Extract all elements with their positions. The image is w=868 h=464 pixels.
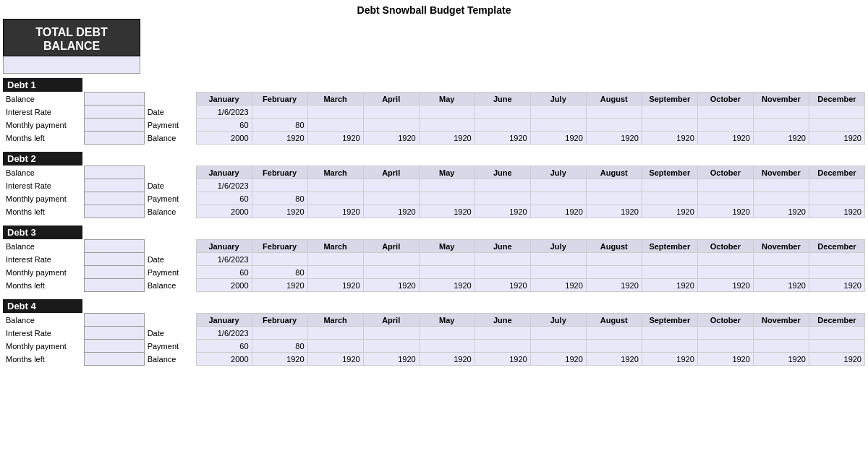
payment-value-4[interactable] xyxy=(419,192,475,205)
payment-value-0[interactable]: 60 xyxy=(196,340,252,353)
balance-input[interactable] xyxy=(85,314,144,327)
balance-value-11[interactable]: 1920 xyxy=(809,279,864,292)
payment-value-10[interactable] xyxy=(753,340,809,353)
balance-value-9[interactable]: 1920 xyxy=(697,205,753,218)
date-value-8[interactable] xyxy=(642,253,697,266)
payment-value-10[interactable] xyxy=(753,266,809,279)
date-value-7[interactable] xyxy=(586,253,642,266)
months-left-input[interactable] xyxy=(85,279,144,292)
interest-rate-input[interactable] xyxy=(85,106,144,119)
balance-value-3[interactable]: 1920 xyxy=(363,353,419,366)
payment-value-2[interactable] xyxy=(307,192,363,205)
balance-value-5[interactable]: 1920 xyxy=(475,353,530,366)
payment-value-4[interactable] xyxy=(419,119,475,132)
balance-value-1[interactable]: 1920 xyxy=(252,205,307,218)
date-value-2[interactable] xyxy=(307,106,363,119)
balance-value-5[interactable]: 1920 xyxy=(475,279,530,292)
date-value-4[interactable] xyxy=(419,253,475,266)
monthly-payment-input[interactable] xyxy=(85,192,144,205)
date-value-9[interactable] xyxy=(697,106,753,119)
payment-value-9[interactable] xyxy=(697,340,753,353)
date-value-10[interactable] xyxy=(753,253,809,266)
date-value-3[interactable] xyxy=(363,327,419,340)
balance-value-1[interactable]: 1920 xyxy=(252,353,307,366)
date-value-5[interactable] xyxy=(475,253,530,266)
balance-value-2[interactable]: 1920 xyxy=(307,132,363,145)
balance-value-5[interactable]: 1920 xyxy=(475,132,530,145)
payment-value-0[interactable]: 60 xyxy=(196,119,252,132)
date-value-6[interactable] xyxy=(530,327,586,340)
balance-value-11[interactable]: 1920 xyxy=(809,353,864,366)
date-value-2[interactable] xyxy=(307,179,363,192)
date-value-9[interactable] xyxy=(697,179,753,192)
balance-value-4[interactable]: 1920 xyxy=(419,353,475,366)
balance-value-8[interactable]: 1920 xyxy=(642,353,697,366)
balance-value-2[interactable]: 1920 xyxy=(307,353,363,366)
balance-value-2[interactable]: 1920 xyxy=(307,279,363,292)
balance-value-10[interactable]: 1920 xyxy=(753,279,809,292)
payment-value-8[interactable] xyxy=(642,340,697,353)
balance-value-8[interactable]: 1920 xyxy=(642,205,697,218)
balance-value-9[interactable]: 1920 xyxy=(697,353,753,366)
balance-value-7[interactable]: 1920 xyxy=(586,279,642,292)
payment-value-4[interactable] xyxy=(419,266,475,279)
date-value-6[interactable] xyxy=(530,253,586,266)
payment-value-2[interactable] xyxy=(307,119,363,132)
payment-value-7[interactable] xyxy=(586,119,642,132)
balance-value-9[interactable]: 1920 xyxy=(697,132,753,145)
payment-value-9[interactable] xyxy=(697,266,753,279)
payment-value-10[interactable] xyxy=(753,119,809,132)
payment-value-4[interactable] xyxy=(419,340,475,353)
balance-value-6[interactable]: 1920 xyxy=(530,132,586,145)
date-value-8[interactable] xyxy=(642,327,697,340)
date-value-1[interactable] xyxy=(252,179,307,192)
balance-value-0[interactable]: 2000 xyxy=(196,279,252,292)
payment-value-0[interactable]: 60 xyxy=(196,266,252,279)
date-value-8[interactable] xyxy=(642,179,697,192)
date-value-10[interactable] xyxy=(753,327,809,340)
payment-value-5[interactable] xyxy=(475,119,530,132)
payment-value-1[interactable]: 80 xyxy=(252,266,307,279)
months-left-input[interactable] xyxy=(85,353,144,366)
months-left-input[interactable] xyxy=(85,132,144,145)
interest-rate-input[interactable] xyxy=(85,253,144,266)
payment-value-1[interactable]: 80 xyxy=(252,119,307,132)
balance-value-6[interactable]: 1920 xyxy=(530,205,586,218)
payment-value-9[interactable] xyxy=(697,192,753,205)
payment-value-10[interactable] xyxy=(753,192,809,205)
payment-value-6[interactable] xyxy=(530,266,586,279)
balance-value-10[interactable]: 1920 xyxy=(753,132,809,145)
date-value-0[interactable]: 1/6/2023 xyxy=(196,179,252,192)
date-value-2[interactable] xyxy=(307,327,363,340)
balance-value-10[interactable]: 1920 xyxy=(753,205,809,218)
balance-value-4[interactable]: 1920 xyxy=(419,205,475,218)
payment-value-6[interactable] xyxy=(530,340,586,353)
date-value-11[interactable] xyxy=(809,179,864,192)
balance-value-8[interactable]: 1920 xyxy=(642,132,697,145)
date-value-11[interactable] xyxy=(809,106,864,119)
date-value-8[interactable] xyxy=(642,106,697,119)
date-value-0[interactable]: 1/6/2023 xyxy=(196,106,252,119)
date-value-3[interactable] xyxy=(363,179,419,192)
date-value-1[interactable] xyxy=(252,253,307,266)
payment-value-1[interactable]: 80 xyxy=(252,340,307,353)
date-value-1[interactable] xyxy=(252,106,307,119)
balance-value-0[interactable]: 2000 xyxy=(196,205,252,218)
payment-value-11[interactable] xyxy=(809,266,864,279)
date-value-2[interactable] xyxy=(307,253,363,266)
balance-value-8[interactable]: 1920 xyxy=(642,279,697,292)
date-value-10[interactable] xyxy=(753,179,809,192)
balance-value-5[interactable]: 1920 xyxy=(475,205,530,218)
balance-value-7[interactable]: 1920 xyxy=(586,353,642,366)
payment-value-8[interactable] xyxy=(642,192,697,205)
date-value-0[interactable]: 1/6/2023 xyxy=(196,253,252,266)
date-value-6[interactable] xyxy=(530,179,586,192)
payment-value-8[interactable] xyxy=(642,119,697,132)
months-left-input[interactable] xyxy=(85,205,144,218)
payment-value-3[interactable] xyxy=(363,192,419,205)
total-debt-value[interactable] xyxy=(3,56,140,74)
date-value-11[interactable] xyxy=(809,253,864,266)
payment-value-5[interactable] xyxy=(475,340,530,353)
payment-value-9[interactable] xyxy=(697,119,753,132)
payment-value-5[interactable] xyxy=(475,266,530,279)
